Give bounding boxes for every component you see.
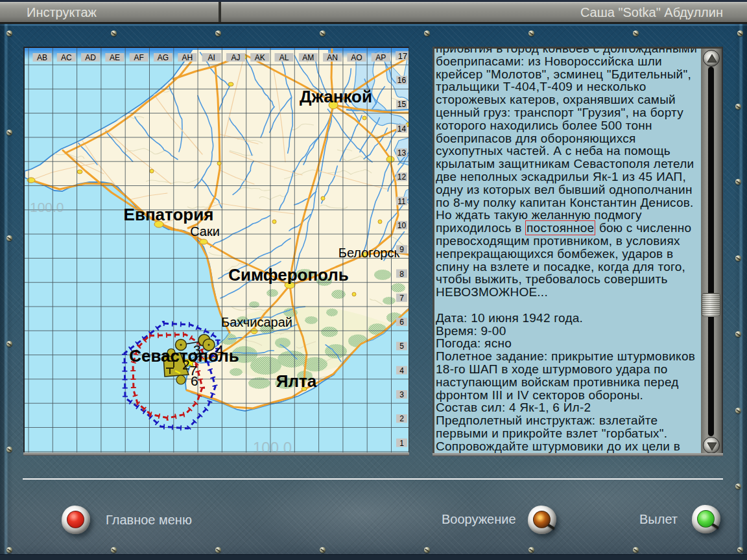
svg-text:100.0: 100.0 xyxy=(30,200,64,215)
svg-text:8: 8 xyxy=(399,270,404,279)
svg-text:AN: AN xyxy=(327,53,338,62)
svg-text:Симферополь: Симферополь xyxy=(228,265,349,285)
svg-text:AL: AL xyxy=(279,53,289,62)
svg-text:2: 2 xyxy=(399,414,404,423)
svg-text:16: 16 xyxy=(397,76,407,85)
svg-text:6: 6 xyxy=(399,318,404,327)
svg-text:Ялта: Ялта xyxy=(276,371,317,391)
svg-text:AK: AK xyxy=(255,53,265,62)
svg-text:4: 4 xyxy=(399,366,404,375)
svg-text:14: 14 xyxy=(397,124,407,134)
svg-text:AJ: AJ xyxy=(231,53,240,62)
svg-text:Саки: Саки xyxy=(190,224,220,239)
svg-text:17: 17 xyxy=(398,51,407,61)
svg-text:AC: AC xyxy=(61,53,72,62)
svg-text:Бахчисарай: Бахчисарай xyxy=(221,315,292,329)
svg-text:AH: AH xyxy=(182,53,193,62)
svg-text:3: 3 xyxy=(399,390,404,399)
svg-text:1: 1 xyxy=(399,439,404,448)
svg-text:Белогорск: Белогорск xyxy=(338,246,400,260)
svg-text:12: 12 xyxy=(397,172,407,181)
svg-text:10: 10 xyxy=(397,221,407,230)
svg-text:AM: AM xyxy=(302,53,314,62)
svg-text:15: 15 xyxy=(397,100,407,109)
svg-text:AG: AG xyxy=(158,53,169,62)
svg-text:AP: AP xyxy=(375,53,386,62)
svg-text:Севастополь: Севастополь xyxy=(129,346,239,366)
svg-text:AF: AF xyxy=(134,53,144,62)
svg-text:Евпатория: Евпатория xyxy=(124,205,214,224)
svg-text:9: 9 xyxy=(399,245,404,254)
svg-text:AE: AE xyxy=(110,53,120,62)
svg-text:100.0: 100.0 xyxy=(253,439,292,454)
svg-text:AI: AI xyxy=(208,53,215,62)
svg-text:5: 5 xyxy=(399,342,404,351)
svg-text:AO: AO xyxy=(351,53,362,62)
svg-text:13: 13 xyxy=(397,148,407,158)
svg-text:Джанкой: Джанкой xyxy=(300,87,372,106)
svg-text:7: 7 xyxy=(399,294,404,303)
svg-text:11: 11 xyxy=(397,197,406,206)
svg-text:AD: AD xyxy=(85,53,96,62)
svg-text:AB: AB xyxy=(37,53,47,62)
svg-text:6: 6 xyxy=(191,373,198,388)
